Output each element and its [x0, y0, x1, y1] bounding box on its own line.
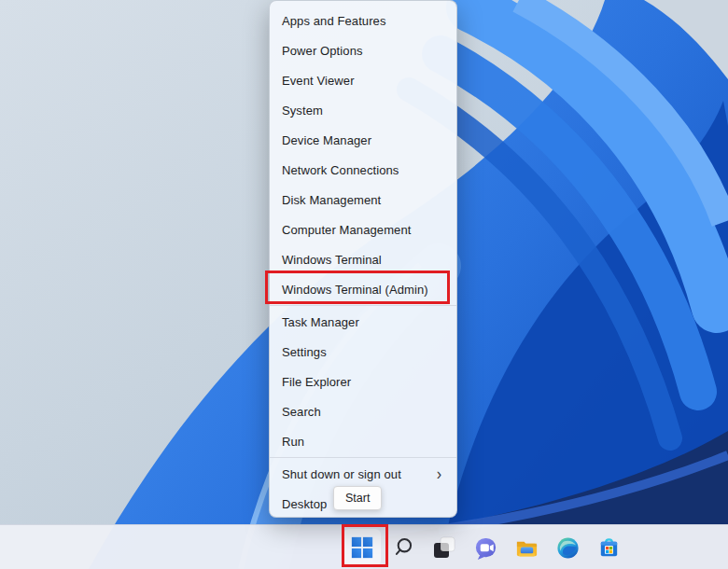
- menu-item-label: Network Connections: [282, 163, 399, 177]
- menu-item-label: Run: [282, 435, 304, 449]
- winx-menu: Apps and Features Power Options Event Vi…: [269, 0, 457, 518]
- edge-icon: [555, 535, 581, 561]
- menu-item-label: Settings: [282, 345, 327, 359]
- menu-item-label: Task Manager: [282, 315, 359, 329]
- menu-item-device-manager[interactable]: Device Manager: [270, 125, 456, 155]
- menu-item-windows-terminal-admin[interactable]: Windows Terminal (Admin): [270, 274, 456, 304]
- menu-item-label: Disk Management: [282, 193, 381, 207]
- menu-item-label: Windows Terminal: [282, 253, 382, 267]
- task-view-button[interactable]: [426, 529, 463, 566]
- menu-item-label: Device Manager: [282, 133, 371, 147]
- menu-item-label: Event Viewer: [282, 74, 355, 88]
- menu-item-apps-and-features[interactable]: Apps and Features: [270, 6, 456, 35]
- search-icon: [391, 535, 415, 560]
- taskbar: [0, 524, 728, 569]
- menu-item-task-manager[interactable]: Task Manager: [270, 307, 456, 337]
- desktop-screen: Apps and Features Power Options Event Vi…: [0, 0, 728, 569]
- chat-icon: [473, 535, 498, 561]
- search-button[interactable]: [385, 529, 422, 566]
- chat-button[interactable]: [467, 529, 504, 566]
- store-button[interactable]: [590, 529, 627, 566]
- file-explorer-button[interactable]: [508, 529, 545, 566]
- menu-item-search[interactable]: Search: [270, 396, 456, 426]
- chevron-right-icon: ›: [437, 465, 441, 482]
- menu-item-label: Computer Management: [282, 223, 411, 237]
- menu-item-file-explorer[interactable]: File Explorer: [270, 367, 456, 396]
- menu-item-power-options[interactable]: Power Options: [270, 35, 456, 65]
- menu-item-label: Power Options: [282, 44, 363, 58]
- menu-item-event-viewer[interactable]: Event Viewer: [270, 65, 456, 95]
- taskbar-icon-row: [343, 527, 627, 568]
- menu-item-label: Desktop: [282, 497, 327, 511]
- menu-item-label: Apps and Features: [282, 14, 386, 28]
- menu-item-settings[interactable]: Settings: [270, 337, 456, 367]
- file-explorer-icon: [514, 535, 539, 561]
- task-view-icon: [431, 534, 457, 561]
- menu-item-label: Shut down or sign out: [282, 467, 401, 481]
- menu-item-label: Search: [282, 405, 321, 419]
- edge-button[interactable]: [549, 529, 586, 566]
- menu-item-label: File Explorer: [282, 375, 351, 389]
- start-tooltip: Start: [333, 486, 382, 510]
- windows-logo-icon: [350, 535, 374, 560]
- menu-item-disk-management[interactable]: Disk Management: [270, 185, 456, 215]
- menu-item-system[interactable]: System: [270, 95, 456, 125]
- menu-item-run[interactable]: Run: [270, 426, 456, 456]
- menu-item-label: Windows Terminal (Admin): [282, 283, 428, 297]
- menu-item-windows-terminal[interactable]: Windows Terminal: [270, 244, 456, 274]
- store-icon: [596, 535, 622, 561]
- menu-item-label: System: [282, 104, 323, 118]
- menu-item-computer-management[interactable]: Computer Management: [270, 215, 456, 244]
- menu-item-network-connections[interactable]: Network Connections: [270, 155, 456, 185]
- menu-item-shut-down-or-sign-out[interactable]: Shut down or sign out ›: [270, 459, 456, 489]
- start-button[interactable]: [343, 529, 381, 566]
